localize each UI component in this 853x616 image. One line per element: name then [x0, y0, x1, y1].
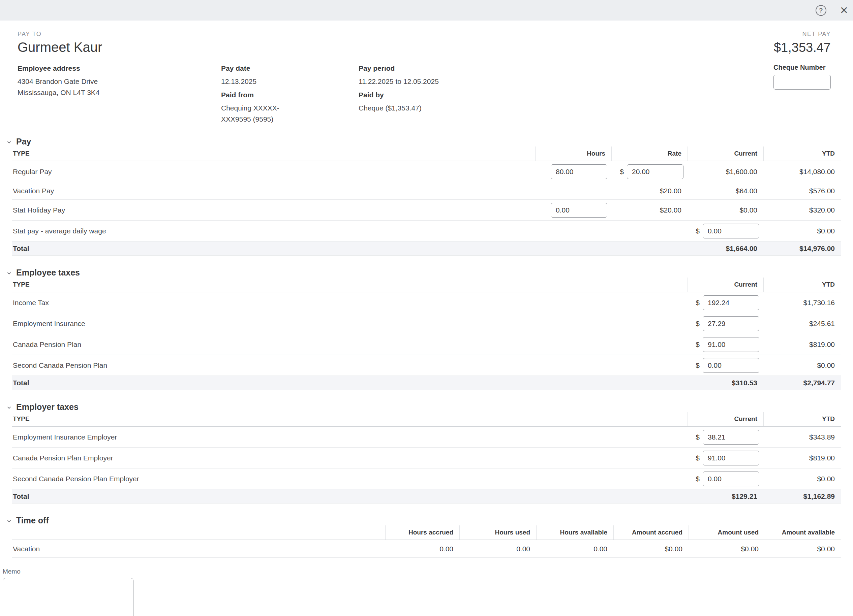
net-pay-amount: $1,353.47	[730, 41, 831, 55]
table-row-stat-holiday-pay: Stat Holiday Pay $20.00 $0.00 $320.00	[12, 200, 841, 221]
currency-symbol: $	[620, 168, 624, 176]
stat-holiday-current: $0.00	[688, 206, 763, 214]
regular-pay-hours-input[interactable]	[551, 164, 607, 179]
regular-pay-rate-input[interactable]	[627, 164, 683, 179]
second-canada-pension-plan-current-input[interactable]	[703, 358, 759, 373]
employee-taxes-total-current: $310.53	[688, 379, 763, 387]
column-header-type: TYPE	[12, 277, 688, 292]
chevron-down-icon[interactable]	[5, 404, 13, 411]
paid-by-block: Paid by Cheque ($1,353.47)	[358, 91, 595, 114]
employee-taxes-total-ytd: $2,794.77	[763, 379, 841, 387]
row-type-label: Second Canada Pension Plan Employer	[12, 475, 688, 483]
modal-topbar: ? ✕	[0, 0, 853, 21]
column-header-rate: Rate	[612, 147, 688, 160]
row-type-label: Stat Holiday Pay	[12, 206, 535, 214]
table-row-income-tax: Income Tax $ $1,730.16	[12, 292, 841, 313]
employer-taxes-table: TYPE Current YTD Employment Insurance Em…	[12, 412, 841, 504]
section-title-label: Employer taxes	[16, 402, 79, 412]
column-header-amount-accrued: Amount accrued	[613, 525, 689, 540]
income-tax-ytd: $1,730.16	[763, 299, 841, 307]
row-type-label: Employment Insurance	[12, 319, 688, 328]
row-type-label: Canada Pension Plan Employer	[12, 454, 688, 462]
time-off-header: Hours accrued Hours used Hours available…	[12, 525, 841, 540]
column-header-amount-used: Amount used	[689, 525, 765, 540]
paid-by-label: Paid by	[358, 91, 595, 99]
pay-table-header: TYPE Hours Rate Current YTD	[12, 147, 841, 161]
canada-pension-plan-current-input[interactable]	[703, 337, 759, 352]
vacation-hours-used: 0.00	[459, 545, 536, 553]
employer-taxes-total-current: $129.21	[688, 492, 763, 501]
vacation-pay-rate: $20.00	[612, 187, 688, 195]
employment-insurance-employer-ytd: $343.89	[763, 433, 841, 441]
employment-insurance-current-input[interactable]	[703, 316, 759, 331]
paid-from-block: Paid from Chequing XXXXX- XXX9595 (9595)	[221, 91, 358, 125]
row-type-label: Second Canada Pension Plan	[12, 362, 688, 369]
chevron-down-icon[interactable]	[5, 138, 13, 146]
employee-taxes-table: TYPE Current YTD Income Tax $ $1,730.16 …	[12, 277, 841, 390]
close-icon[interactable]: ✕	[840, 5, 848, 15]
stat-holiday-ytd: $320.00	[763, 206, 841, 214]
pay-period-block: Pay period 11.22.2025 to 12.05.2025	[358, 64, 595, 87]
second-canada-pension-plan-employer-current-input[interactable]	[703, 472, 759, 486]
pay-total-current: $1,664.00	[688, 245, 763, 253]
total-label: Total	[12, 245, 535, 253]
table-row-second-canada-pension-plan-employer: Second Canada Pension Plan Employer $ $0…	[12, 469, 841, 489]
vacation-pay-current: $64.00	[688, 187, 763, 195]
canada-pension-plan-employer-ytd: $819.00	[763, 454, 841, 462]
table-row-canada-pension-plan: Canada Pension Plan $ $819.00	[12, 334, 841, 355]
paid-from-label: Paid from	[221, 91, 358, 99]
currency-symbol: $	[696, 454, 700, 462]
vacation-pay-ytd: $576.00	[763, 187, 841, 195]
column-header-hours-accrued: Hours accrued	[385, 525, 459, 540]
canada-pension-plan-employer-current-input[interactable]	[703, 451, 759, 465]
employer-taxes-total-ytd: $1,162.89	[763, 492, 841, 501]
chevron-down-icon[interactable]	[5, 517, 13, 525]
currency-symbol: $	[696, 475, 700, 483]
pay-total-ytd: $14,976.00	[763, 245, 841, 253]
section-title-employee-taxes: Employee taxes	[5, 268, 841, 277]
stat-pay-average-current-input[interactable]	[703, 224, 759, 238]
second-canada-pension-plan-employer-ytd: $0.00	[763, 475, 841, 483]
vacation-hours-accrued: 0.00	[385, 545, 459, 553]
second-canada-pension-plan-ytd: $0.00	[763, 362, 841, 369]
table-row-employer-taxes-total: Total $129.21 $1,162.89	[12, 489, 841, 504]
vacation-hours-available: 0.00	[536, 545, 613, 553]
pay-period-value: 11.22.2025 to 12.05.2025	[358, 76, 595, 87]
memo-section: Memo	[0, 568, 853, 616]
regular-pay-current: $1,600.00	[688, 168, 763, 176]
total-label: Total	[12, 379, 688, 387]
pay-date-value: 12.13.2025	[221, 76, 358, 87]
paid-by-value: Cheque ($1,353.47)	[358, 102, 595, 114]
currency-symbol: $	[696, 299, 700, 307]
currency-symbol: $	[696, 227, 700, 235]
employee-address-line1: 4304 Brandon Gate Drive	[18, 76, 221, 87]
table-row-stat-pay-average: Stat pay - average daily wage $ $0.00	[12, 221, 841, 242]
section-title-time-off: Time off	[5, 516, 841, 525]
section-title-label: Pay	[16, 137, 31, 147]
paid-from-line1: Chequing XXXXX-	[221, 102, 358, 114]
stat-holiday-hours-input[interactable]	[551, 203, 607, 218]
pay-table: TYPE Hours Rate Current YTD Regular Pay …	[12, 147, 841, 256]
time-off-table: Hours accrued Hours used Hours available…	[12, 525, 841, 558]
cheque-number-input[interactable]	[774, 75, 831, 89]
pay-date-label: Pay date	[221, 64, 358, 73]
employment-insurance-employer-current-input[interactable]	[703, 430, 759, 445]
table-row-canada-pension-plan-employer: Canada Pension Plan Employer $ $819.00	[12, 448, 841, 469]
row-type-label: Stat pay - average daily wage	[12, 227, 535, 235]
table-row-employment-insurance: Employment Insurance $ $245.61	[12, 313, 841, 334]
table-row-vacation-pay: Vacation Pay $20.00 $64.00 $576.00	[12, 182, 841, 200]
column-header-ytd: YTD	[763, 412, 841, 426]
column-header-amount-available: Amount available	[765, 525, 841, 540]
row-type-label: Vacation Pay	[12, 187, 535, 195]
stat-pay-average-ytd: $0.00	[763, 227, 841, 235]
help-icon[interactable]: ?	[816, 5, 826, 16]
row-type-label: Income Tax	[12, 299, 688, 307]
memo-textarea[interactable]	[3, 578, 134, 616]
currency-symbol: $	[696, 362, 700, 369]
chevron-down-icon[interactable]	[5, 269, 13, 277]
column-header-ytd: YTD	[763, 277, 841, 292]
table-row-time-off-vacation: Vacation 0.00 0.00 0.00 $0.00 $0.00 $0.0…	[12, 540, 841, 558]
income-tax-current-input[interactable]	[703, 295, 759, 310]
employment-insurance-ytd: $245.61	[763, 319, 841, 328]
vacation-amount-available: $0.00	[765, 545, 841, 553]
